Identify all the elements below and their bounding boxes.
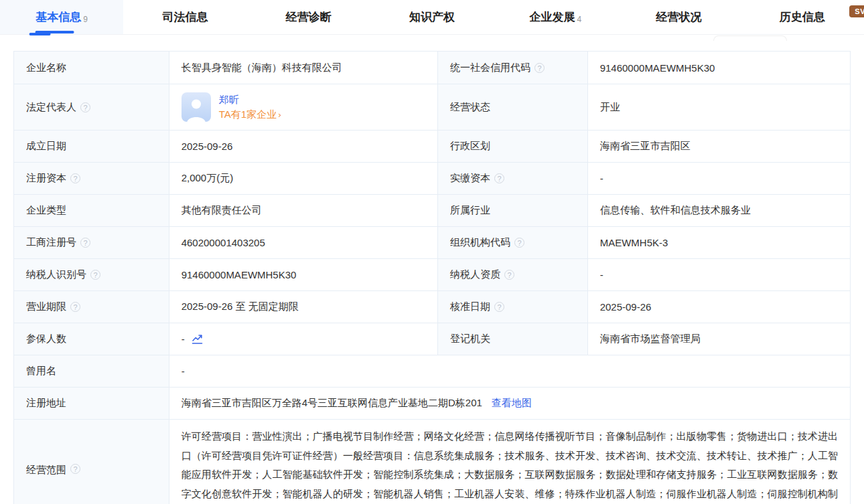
- field-value-est-date: 2025-09-26: [169, 131, 438, 162]
- help-icon[interactable]: ?: [514, 238, 524, 248]
- field-label-registry-authority: 登记机关: [438, 323, 588, 355]
- table-row: 纳税人识别号 ? 91460000MAEWMH5K30 纳税人资质 ? -: [14, 259, 850, 291]
- table-row: 注册地址 海南省三亚市吉阳区万全路4号三亚互联网信息产业基地二期D栋201 查看…: [14, 388, 850, 420]
- help-icon[interactable]: ?: [534, 63, 545, 73]
- tab-history-info[interactable]: 历史信息: [741, 0, 864, 34]
- tab-count: 9: [83, 15, 88, 24]
- field-label-reg-no: 工商注册号 ?: [14, 227, 169, 258]
- tab-business-diagnosis[interactable]: 经营诊断: [247, 0, 370, 34]
- table-row: 企业类型 其他有限责任公司 所属行业 信息传输、软件和信息技术服务业: [14, 195, 850, 227]
- basic-info-table: 企业名称 长智具身智能（海南）科技有限公司 统一社会信用代码 ? 9146000…: [13, 51, 851, 504]
- table-row: 曾用名 -: [14, 355, 850, 388]
- tab-label: 知识产权: [409, 9, 455, 25]
- table-row: 参保人数 - 登记机关 海南省市场监督管理局: [14, 323, 850, 355]
- field-value-admin-division: 海南省三亚市吉阳区: [588, 131, 850, 162]
- field-label-credit-code: 统一社会信用代码 ?: [438, 52, 588, 84]
- field-label-est-date: 成立日期: [14, 131, 169, 162]
- field-label-taxpayer-qualification: 纳税人资质 ?: [438, 259, 588, 290]
- field-label-industry: 所属行业: [438, 195, 588, 226]
- help-icon[interactable]: ?: [80, 102, 90, 112]
- table-row: 法定代表人 ?: [14, 84, 850, 131]
- person-avatar-icon[interactable]: [182, 92, 211, 122]
- tab-label: 司法信息: [162, 9, 208, 25]
- tab-intellectual-property[interactable]: 知识产权: [370, 0, 494, 34]
- table-row: 工商注册号 ? 460200001403205 组织机构代码 ? MAEWMH5…: [14, 227, 850, 259]
- field-value-reg-capital: 2,000万(元): [169, 163, 438, 194]
- field-value-legal-rep: 郑昕 TA有1家企业›: [169, 84, 438, 130]
- field-value-taxpayer-qualification: -: [588, 259, 850, 290]
- help-icon[interactable]: ?: [90, 270, 100, 280]
- help-icon[interactable]: ?: [70, 302, 80, 312]
- tab-basic-info[interactable]: 基本信息 9: [0, 0, 123, 34]
- line-chart-icon[interactable]: [192, 333, 203, 345]
- help-icon[interactable]: ?: [70, 173, 80, 183]
- field-value-industry: 信息传输、软件和信息技术服务业: [588, 195, 850, 226]
- floating-widget-top: [713, 35, 787, 41]
- chevron-right-icon: ›: [278, 110, 281, 120]
- field-label-biz-status: 经营状态: [438, 84, 588, 130]
- field-value-reg-address: 海南省三亚市吉阳区万全路4号三亚互联网信息产业基地二期D栋201 查看地图: [169, 388, 850, 419]
- table-row: 成立日期 2025-09-26 行政区划 海南省三亚市吉阳区: [14, 131, 850, 163]
- help-icon[interactable]: ?: [80, 238, 90, 248]
- field-label-approval-date: 核准日期 ?: [438, 291, 588, 323]
- field-value-approval-date: 2025-09-26: [588, 291, 850, 323]
- field-value-former-name: -: [169, 355, 850, 387]
- field-value-registry-authority: 海南省市场监督管理局: [588, 323, 850, 355]
- field-label-company-type: 企业类型: [14, 195, 169, 226]
- sv-badge[interactable]: SV: [849, 5, 864, 17]
- field-label-legal-rep: 法定代表人 ?: [14, 84, 169, 130]
- tab-label: 历史信息: [780, 9, 825, 25]
- tab-count: 4: [577, 15, 581, 24]
- active-tab-underline: [35, 31, 74, 33]
- field-value-insured-staff: -: [169, 323, 438, 355]
- field-label-reg-capital: 注册资本 ?: [14, 163, 169, 194]
- field-label-company-name: 企业名称: [14, 52, 169, 84]
- field-value-reg-no: 460200001403205: [169, 227, 438, 258]
- field-label-insured-staff: 参保人数: [14, 323, 169, 355]
- field-label-org-code: 组织机构代码 ?: [438, 227, 588, 258]
- field-value-company-name: 长智具身智能（海南）科技有限公司: [169, 52, 438, 84]
- tab-label: 经营状况: [656, 9, 702, 25]
- help-icon[interactable]: ?: [494, 173, 504, 183]
- field-value-biz-status: 开业: [588, 84, 850, 130]
- table-row: 营业期限 ? 2025-09-26 至 无固定期限 核准日期 ? 2025-09…: [14, 291, 850, 323]
- field-label-admin-division: 行政区划: [438, 131, 588, 162]
- field-value-org-code: MAEWMH5K-3: [588, 227, 850, 258]
- field-label-former-name: 曾用名: [14, 355, 169, 387]
- field-label-business-scope: 经营范围 ?: [14, 420, 169, 504]
- field-value-paid-capital: -: [588, 163, 850, 194]
- legal-rep-name-link[interactable]: 郑昕: [219, 92, 282, 107]
- related-companies-link[interactable]: TA有1家企业›: [219, 107, 282, 122]
- table-row: 企业名称 长智具身智能（海南）科技有限公司 统一社会信用代码 ? 9146000…: [14, 52, 850, 84]
- field-label-taxpayer-id: 纳税人识别号 ?: [14, 259, 169, 290]
- help-icon[interactable]: ?: [70, 464, 80, 474]
- field-value-business-term: 2025-09-26 至 无固定期限: [169, 291, 438, 323]
- field-value-credit-code: 91460000MAEWMH5K30: [588, 52, 850, 84]
- table-row: 经营范围 ? 许可经营项目：营业性演出；广播电视节目制作经营；网络文化经营；信息…: [14, 420, 850, 504]
- field-value-company-type: 其他有限责任公司: [169, 195, 438, 226]
- tab-label: 企业发展: [529, 9, 575, 25]
- tab-enterprise-development[interactable]: 企业发展 4: [494, 0, 617, 34]
- table-row: 注册资本 ? 2,000万(元) 实缴资本 ? -: [14, 163, 850, 195]
- tab-label: 经营诊断: [286, 9, 332, 25]
- field-value-taxpayer-id: 91460000MAEWMH5K30: [169, 259, 438, 290]
- help-icon[interactable]: ?: [494, 302, 504, 312]
- field-value-business-scope: 许可经营项目：营业性演出；广播电视节目制作经营；网络文化经营；信息网络传播视听节…: [169, 420, 850, 504]
- field-label-reg-address: 注册地址: [14, 388, 169, 419]
- field-label-business-term: 营业期限 ?: [14, 291, 169, 323]
- tab-label: 基本信息: [35, 9, 81, 25]
- field-label-paid-capital: 实缴资本 ?: [438, 163, 588, 194]
- view-map-link[interactable]: 查看地图: [492, 397, 532, 410]
- help-icon[interactable]: ?: [504, 270, 514, 280]
- section-tabbar: 基本信息 9 司法信息 经营诊断 知识产权 企业发展 4 经营状况 历史信息 S…: [0, 0, 864, 35]
- tab-operating-status[interactable]: 经营状况: [617, 0, 740, 34]
- tab-judicial-info[interactable]: 司法信息: [123, 0, 246, 34]
